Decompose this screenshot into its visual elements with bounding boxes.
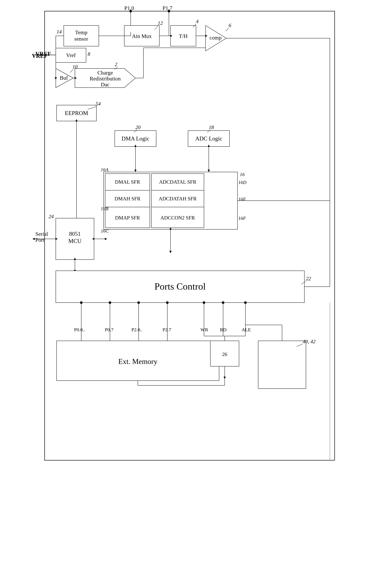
svg-text:16F: 16F	[238, 216, 246, 221]
diagram-container: P1.0 P1.7 Temp sensor 14 Ain Mux 12 T/H …	[32, 6, 366, 580]
svg-text:MCU: MCU	[68, 238, 82, 244]
svg-text:P2.0..: P2.0..	[132, 327, 142, 332]
svg-text:Ain Mux: Ain Mux	[132, 33, 152, 39]
svg-point-131	[222, 301, 224, 304]
svg-marker-106	[170, 251, 172, 253]
svg-text:ADCCON2 SFR: ADCCON2 SFR	[160, 215, 195, 221]
svg-marker-68	[134, 170, 136, 172]
svg-point-122	[137, 301, 140, 304]
svg-text:WR: WR	[200, 327, 208, 332]
svg-marker-71	[208, 170, 210, 172]
svg-text:EEPROM: EEPROM	[65, 110, 88, 116]
svg-text:T/H: T/H	[179, 33, 188, 39]
svg-point-125	[166, 301, 168, 304]
svg-text:6: 6	[229, 22, 231, 28]
svg-text:40, 42: 40, 42	[303, 339, 316, 344]
svg-text:DMAL SFR: DMAL SFR	[115, 179, 140, 185]
svg-text:Serial: Serial	[36, 231, 48, 237]
svg-text:20: 20	[136, 124, 140, 130]
svg-text:16C: 16C	[101, 228, 109, 234]
svg-point-134	[244, 301, 247, 304]
svg-text:ALE: ALE	[242, 327, 251, 332]
svg-text:Redistribution: Redistribution	[90, 76, 121, 81]
svg-point-116	[80, 301, 82, 304]
svg-text:Ext. Memory: Ext. Memory	[118, 357, 157, 365]
diagram-svg: P1.0 P1.7 Temp sensor 14 Ain Mux 12 T/H …	[32, 6, 366, 580]
svg-rect-151	[258, 341, 306, 389]
svg-text:comp: comp	[210, 35, 222, 41]
svg-marker-98	[105, 238, 107, 240]
svg-text:2: 2	[115, 61, 117, 67]
svg-text:DMAP SFR: DMAP SFR	[115, 215, 140, 221]
svg-text:16A: 16A	[101, 167, 108, 172]
svg-text:18: 18	[209, 124, 214, 130]
svg-text:ADCDATAL SFR: ADCDATAL SFR	[159, 179, 196, 185]
svg-text:Temp: Temp	[75, 29, 88, 35]
svg-text:Vref: Vref	[66, 52, 76, 58]
svg-text:22: 22	[306, 276, 311, 282]
svg-text:16D: 16D	[238, 180, 246, 185]
svg-text:16: 16	[240, 172, 244, 177]
svg-marker-103	[32, 238, 35, 240]
svg-text:14: 14	[56, 29, 62, 34]
svg-text:P1.7: P1.7	[162, 5, 172, 11]
svg-text:P1.0: P1.0	[124, 5, 134, 11]
svg-text:12: 12	[158, 20, 163, 26]
svg-text:Port: Port	[36, 237, 44, 243]
svg-text:ADCDATAH SFR: ADCDATAH SFR	[159, 196, 197, 202]
svg-text:DMA Logic: DMA Logic	[122, 135, 150, 142]
svg-text:P0.7: P0.7	[105, 327, 114, 332]
svg-text:Dac: Dac	[101, 81, 110, 87]
svg-text:Buf: Buf	[60, 75, 68, 81]
svg-text:16E: 16E	[238, 196, 246, 202]
svg-text:ADC Logic: ADC Logic	[195, 135, 222, 142]
svg-text:sensor: sensor	[74, 36, 88, 42]
svg-text:8051: 8051	[69, 231, 81, 237]
svg-text:54: 54	[96, 101, 101, 107]
svg-text:8: 8	[88, 51, 90, 57]
svg-point-119	[109, 301, 111, 304]
svg-text:P2.7: P2.7	[162, 327, 171, 332]
svg-text:16B: 16B	[101, 206, 108, 211]
svg-text:DMAH SFR: DMAH SFR	[114, 196, 140, 202]
svg-marker-150	[224, 377, 226, 379]
svg-text:4: 4	[196, 18, 198, 24]
svg-text:P0.0..: P0.0..	[74, 327, 85, 332]
svg-text:Charge: Charge	[97, 70, 113, 76]
svg-text:24: 24	[48, 214, 54, 219]
vref-label: VREF	[32, 52, 48, 59]
svg-text:Ports Control: Ports Control	[154, 281, 206, 292]
svg-point-128	[203, 301, 205, 304]
svg-text:26: 26	[222, 351, 227, 357]
